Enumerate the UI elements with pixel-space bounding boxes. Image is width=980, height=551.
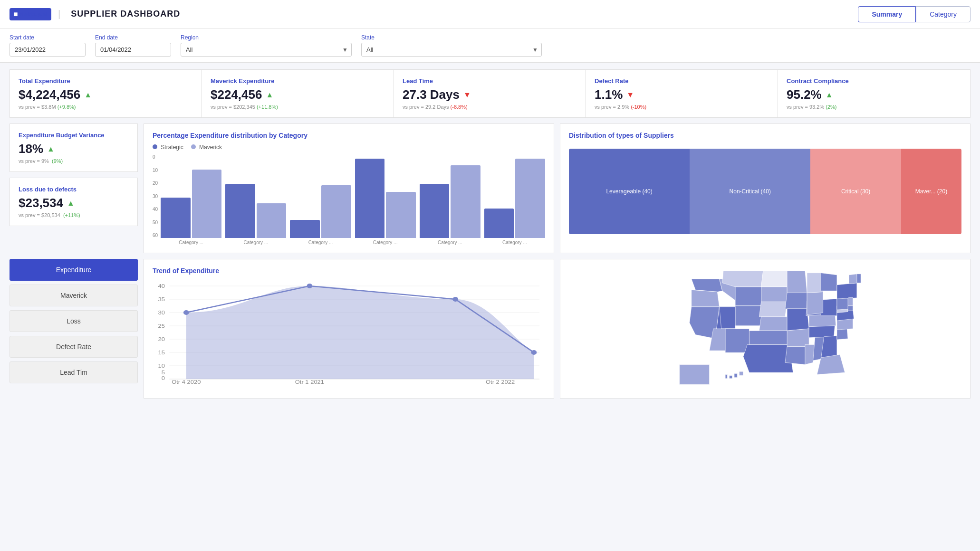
state-label: State <box>361 34 542 41</box>
nav-button-list: ExpenditureMaverickLossDefect RateLead T… <box>10 259 138 399</box>
kpi-sub-2: vs prev = 29.2 Days (-8.8%) <box>403 104 577 110</box>
kpi-sub-3: vs prev = 2.9% (-10%) <box>595 104 769 110</box>
map-card <box>560 259 970 399</box>
end-date-label: End date <box>95 34 171 41</box>
kpi-title-4: Contract Compliance <box>787 77 961 85</box>
kpi-card-1: Maverick Expenditure $224,456 ▲ vs prev … <box>202 70 394 117</box>
trend-chart-svg: 40 35 30 25 20 15 10 5 0 <box>153 279 545 384</box>
divider: | <box>58 9 60 19</box>
page-title: SUPPLIER DASHBOARD <box>71 9 180 19</box>
loss-defects-sub: vs prev = $20,534 (+11%) <box>19 212 129 218</box>
kpi-title-3: Defect Rate <box>595 77 769 85</box>
bar-strategic-5 <box>484 209 514 238</box>
bar-chart-area: Category ...Category ...Category ...Cate… <box>161 154 545 245</box>
svg-text:20: 20 <box>158 336 165 342</box>
logo-area: ■ Mokkup.ai | SUPPLIER DASHBOARD <box>10 8 180 20</box>
bar-maverick-3 <box>386 192 416 238</box>
kpi-row: Total Expenditure $4,224,456 ▲ vs prev =… <box>10 69 970 118</box>
category-chart-title: Percentage Expenditure distribution by C… <box>153 132 545 139</box>
dist-maverick-seg: Maver... (20) <box>901 149 961 234</box>
legend-strategic: Strategic <box>153 144 183 151</box>
nav-btn-loss[interactable]: Loss <box>10 310 138 332</box>
x-label-cat-3: Category ... <box>355 240 416 245</box>
x-labels: Category ...Category ...Category ...Cate… <box>161 240 545 245</box>
logo-icon: ■ <box>13 10 18 19</box>
us-map-svg <box>569 267 961 390</box>
nav-btn-lead-tim[interactable]: Lead Tim <box>10 361 138 383</box>
loss-defects-value: $23,534 ▲ <box>19 196 129 210</box>
dist-noncritical-seg: Non-Critical (40) <box>690 149 810 234</box>
kpi-value-1: $224,456 ▲ <box>211 87 385 102</box>
dist-critical-seg: Critical (30) <box>810 149 901 234</box>
nav-btn-expenditure[interactable]: Expenditure <box>10 259 138 281</box>
bar-maverick-5 <box>515 159 545 238</box>
nav-btn-maverick[interactable]: Maverick <box>10 285 138 306</box>
nav-category-button[interactable]: Category <box>916 6 970 22</box>
svg-text:15: 15 <box>158 350 165 356</box>
svg-point-20 <box>531 350 537 355</box>
expenditure-variance-card: Expenditure Budget Variance 18% ▲ vs pre… <box>10 124 138 172</box>
bar-group-4 <box>420 165 480 238</box>
bars-container <box>161 154 545 238</box>
filter-state: State All ▼ <box>361 34 542 57</box>
kpi-arrow-up-icon: ▲ <box>266 91 273 99</box>
bar-strategic-1 <box>225 184 255 238</box>
kpi-card-0: Total Expenditure $4,224,456 ▲ vs prev =… <box>10 70 202 117</box>
kpi-arrow-down-icon: ▼ <box>463 91 471 99</box>
x-label-cat-0: Category ... <box>161 240 221 245</box>
bar-group-3 <box>355 159 416 238</box>
kpi-title-1: Maverick Expenditure <box>211 77 385 85</box>
svg-text:5: 5 <box>162 370 165 376</box>
region-select-wrap: All ▼ <box>181 43 352 57</box>
kpi-value-2: 27.3 Days ▼ <box>403 87 577 102</box>
kpi-arrow-down-icon: ▼ <box>626 91 634 99</box>
kpi-card-4: Contract Compliance 95.2% ▲ vs prev = 93… <box>778 70 970 117</box>
start-date-input[interactable] <box>10 43 86 57</box>
kpi-sub-4: vs prev = 93.2% (2%) <box>787 104 961 110</box>
filter-region: Region All ▼ <box>181 34 352 57</box>
svg-text:30: 30 <box>158 310 165 316</box>
svg-text:Qtr 1 2021: Qtr 1 2021 <box>295 379 325 384</box>
bar-strategic-0 <box>161 198 191 238</box>
second-row: Expenditure Budget Variance 18% ▲ vs pre… <box>10 124 970 253</box>
header: ■ Mokkup.ai | SUPPLIER DASHBOARD Summary… <box>0 0 980 28</box>
bar-maverick-2 <box>321 185 351 238</box>
loss-defects-arrow-up-icon: ▲ <box>67 199 75 208</box>
filters-bar: Start date End date Region All ▼ State A… <box>0 28 980 63</box>
distribution-card: Distribution of types of Suppliers Lever… <box>560 124 970 253</box>
kpi-value-3: 1.1% ▼ <box>595 87 769 102</box>
dist-leverageable-seg: Leverageable (40) <box>569 149 690 234</box>
bar-maverick-4 <box>451 165 480 238</box>
category-chart-card: Percentage Expenditure distribution by C… <box>144 124 554 253</box>
logo-box: ■ Mokkup.ai <box>10 8 51 20</box>
nav-summary-button[interactable]: Summary <box>858 6 916 22</box>
region-select[interactable]: All <box>181 43 352 57</box>
kpi-title-2: Lead Time <box>403 77 577 85</box>
third-row: ExpenditureMaverickLossDefect RateLead T… <box>10 259 970 399</box>
end-date-input[interactable] <box>95 43 171 57</box>
distribution-title: Distribution of types of Suppliers <box>569 132 961 139</box>
state-select[interactable]: All <box>361 43 542 57</box>
bar-group-1 <box>225 184 286 238</box>
x-label-cat-1: Category ... <box>225 240 286 245</box>
trend-chart-card: Trend of Expenditure 40 35 30 25 20 15 1… <box>144 259 554 399</box>
bar-strategic-2 <box>290 220 320 238</box>
bar-maverick-0 <box>192 170 222 238</box>
svg-text:0: 0 <box>162 375 165 381</box>
svg-point-19 <box>452 297 458 302</box>
loss-defects-title: Loss due to defects <box>19 186 129 193</box>
chart-legend: Strategic Maverick <box>153 144 545 151</box>
bar-chart-container: 6050403020100 Category ...Catego <box>153 154 545 245</box>
start-date-label: Start date <box>10 34 86 41</box>
nav-btn-defect-rate[interactable]: Defect Rate <box>10 336 138 358</box>
trend-chart-title: Trend of Expenditure <box>153 267 545 275</box>
svg-text:10: 10 <box>158 363 165 369</box>
region-label: Region <box>181 34 352 41</box>
maverick-dot-icon <box>191 144 196 149</box>
logo-brand: Mokkup.ai <box>20 11 48 17</box>
svg-text:25: 25 <box>158 323 165 329</box>
kpi-card-2: Lead Time 27.3 Days ▼ vs prev = 29.2 Day… <box>394 70 586 117</box>
loss-defects-card: Loss due to defects $23,534 ▲ vs prev = … <box>10 178 138 226</box>
svg-point-18 <box>307 284 313 288</box>
kpi-value-0: $4,224,456 ▲ <box>19 87 193 102</box>
